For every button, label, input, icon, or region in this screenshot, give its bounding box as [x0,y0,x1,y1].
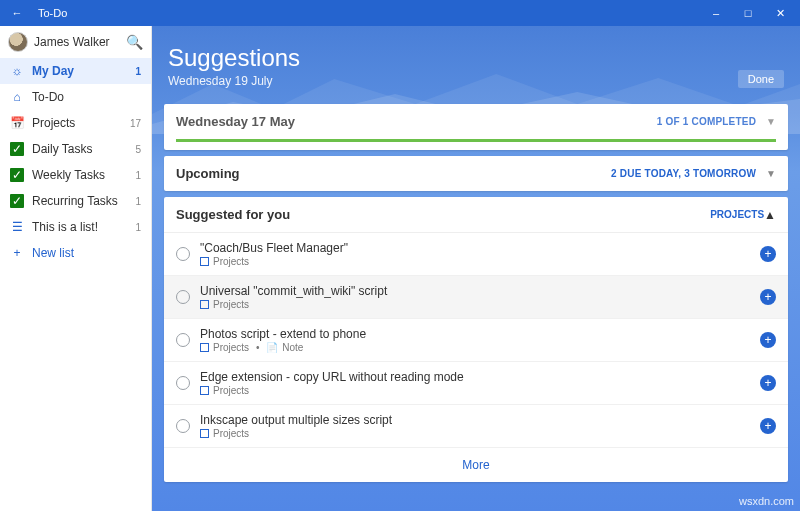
suggested-item-list: Projects [213,385,249,396]
suggested-item[interactable]: Universal "commit_with_wiki" scriptProje… [164,276,788,319]
suggested-item-title: Universal "commit_with_wiki" script [200,284,750,298]
new-list-label: New list [32,246,141,260]
sidebar-item[interactable]: 📅Projects17 [0,110,151,136]
suggested-item-sub: Projects • 📄 Note [200,342,750,353]
suggested-source-label: PROJECTS [710,209,764,220]
suggested-item[interactable]: Inkscape output multiple sizes scriptPro… [164,405,788,448]
sidebar-item-count: 1 [135,222,141,233]
sidebar-item[interactable]: ☼My Day1 [0,58,151,84]
complete-toggle[interactable] [176,333,190,347]
suggested-item-title: Edge extension - copy URL without readin… [200,370,750,384]
sidebar-item-label: This is a list! [32,220,127,234]
watermark: wsxdn.com [739,495,794,507]
complete-toggle[interactable] [176,376,190,390]
suggested-item-list: Projects [213,342,249,353]
suggested-item-sub: Projects [200,299,750,310]
past-progress [176,139,776,142]
main-pane: Suggestions Wednesday 19 July Done Wedne… [152,26,800,511]
suggested-header[interactable]: Suggested for you PROJECTS ▲ [164,197,788,232]
suggested-item-body: "Coach/Bus Fleet Manager"Projects [200,241,750,267]
upcoming-section: Upcoming 2 DUE TODAY, 3 TOMORROW ▼ [164,156,788,191]
suggested-item-body: Photos script - extend to phoneProjects … [200,327,750,353]
past-section-header[interactable]: Wednesday 17 May 1 OF 1 COMPLETED ▼ [164,104,788,139]
suggested-item-sub: Projects [200,385,750,396]
suggested-item-list: Projects [213,299,249,310]
app-title: To-Do [38,7,700,19]
add-to-day-button[interactable]: + [760,418,776,434]
maximize-button[interactable]: □ [732,7,764,20]
sidebar-item-label: Daily Tasks [32,142,127,156]
search-icon[interactable]: 🔍 [126,34,143,50]
suggested-title: Suggested for you [176,207,706,222]
past-section: Wednesday 17 May 1 OF 1 COMPLETED ▼ [164,104,788,150]
page-title: Suggestions [168,44,784,72]
past-section-title: Wednesday 17 May [176,114,657,129]
sidebar-item-count: 1 [135,170,141,181]
complete-toggle[interactable] [176,290,190,304]
suggested-section: Suggested for you PROJECTS ▲ "Coach/Bus … [164,197,788,482]
suggested-item[interactable]: "Coach/Bus Fleet Manager"Projects+ [164,233,788,276]
complete-toggle[interactable] [176,419,190,433]
suggested-item-title: Photos script - extend to phone [200,327,750,341]
projects-icon [200,386,209,395]
nav-list: ☼My Day1⌂To-Do📅Projects17✓Daily Tasks5✓W… [0,58,151,240]
note-icon: 📄 [266,342,278,353]
profile-name: James Walker [34,35,120,49]
complete-toggle[interactable] [176,247,190,261]
profile-row[interactable]: James Walker 🔍 [0,26,151,58]
sidebar-item-count: 17 [130,118,141,129]
sidebar-item-count: 5 [135,144,141,155]
page-header: Suggestions Wednesday 19 July Done [164,26,788,98]
projects-icon [200,429,209,438]
back-button[interactable]: ← [4,7,30,19]
sidebar-item-label: Recurring Tasks [32,194,127,208]
sidebar-item[interactable]: ☰This is a list!1 [0,214,151,240]
suggested-item-body: Edge extension - copy URL without readin… [200,370,750,396]
titlebar: ← To-Do – □ ✕ [0,0,800,26]
more-button[interactable]: More [164,448,788,482]
suggested-item[interactable]: Edge extension - copy URL without readin… [164,362,788,405]
list-icon: ☰ [10,220,24,234]
cal-icon: 📅 [10,116,24,130]
new-list-button[interactable]: + New list [0,240,151,266]
sidebar-item[interactable]: ✓Daily Tasks5 [0,136,151,162]
sun-icon: ☼ [10,64,24,78]
suggested-item-list: Projects [213,256,249,267]
sidebar-item[interactable]: ✓Weekly Tasks1 [0,162,151,188]
done-button[interactable]: Done [738,70,784,88]
sidebar-item-count: 1 [135,196,141,207]
sidebar-item-label: My Day [32,64,127,78]
check-icon: ✓ [10,194,24,208]
page-date: Wednesday 19 July [168,74,784,88]
close-button[interactable]: ✕ [764,7,796,20]
chevron-up-icon: ▲ [764,208,776,222]
chevron-down-icon: ▼ [766,168,776,179]
projects-icon [200,343,209,352]
add-to-day-button[interactable]: + [760,289,776,305]
avatar [8,32,28,52]
suggested-item-sub: Projects [200,256,750,267]
minimize-button[interactable]: – [700,7,732,20]
upcoming-section-header[interactable]: Upcoming 2 DUE TODAY, 3 TOMORROW ▼ [164,156,788,191]
sidebar-item-label: To-Do [32,90,133,104]
add-to-day-button[interactable]: + [760,375,776,391]
add-to-day-button[interactable]: + [760,246,776,262]
chevron-down-icon: ▼ [766,116,776,127]
suggested-item-title: "Coach/Bus Fleet Manager" [200,241,750,255]
suggested-item-sub: Projects [200,428,750,439]
sidebar: James Walker 🔍 ☼My Day1⌂To-Do📅Projects17… [0,26,152,511]
suggested-item-list: Projects [213,428,249,439]
projects-icon [200,300,209,309]
suggested-item-title: Inkscape output multiple sizes script [200,413,750,427]
suggested-item[interactable]: Photos script - extend to phoneProjects … [164,319,788,362]
add-to-day-button[interactable]: + [760,332,776,348]
projects-icon [200,257,209,266]
upcoming-section-title: Upcoming [176,166,611,181]
past-progress-fill [176,139,776,142]
sidebar-item[interactable]: ⌂To-Do [0,84,151,110]
home-icon: ⌂ [10,90,24,104]
suggested-item-body: Inkscape output multiple sizes scriptPro… [200,413,750,439]
sidebar-item[interactable]: ✓Recurring Tasks1 [0,188,151,214]
plus-icon: + [10,246,24,260]
sidebar-item-label: Projects [32,116,122,130]
